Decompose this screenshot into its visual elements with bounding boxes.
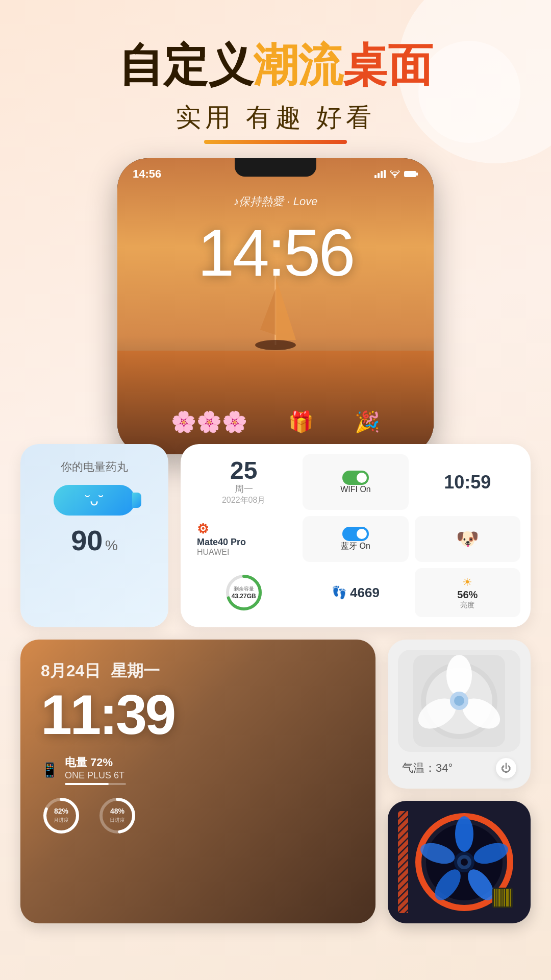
header: 自定义潮流桌面 实用 有趣 好看 bbox=[0, 0, 551, 144]
water bbox=[117, 351, 434, 454]
svg-rect-47 bbox=[502, 889, 503, 906]
widgets-section: 你的电量药丸 ˘ᴗ˘ 90 % 25 周一 2022年08月 WIFI On bbox=[20, 444, 531, 923]
pill-icon: ˘ᴗ˘ bbox=[54, 485, 135, 516]
info-dashboard-widget[interactable]: 25 周一 2022年08月 WIFI On 10:59 ⚙ Mate40 Pr… bbox=[181, 444, 531, 627]
clock-device-icon: 📱 bbox=[41, 762, 59, 778]
phone-mockup-wrapper: 14:56 bbox=[117, 158, 434, 454]
pill-face: ˘ᴗ˘ bbox=[85, 492, 104, 509]
phone-preview-cell: 🐶 bbox=[415, 516, 520, 562]
battery-icon bbox=[404, 170, 418, 178]
subtitle: 实用 有趣 好看 bbox=[0, 101, 551, 135]
svg-rect-46 bbox=[498, 889, 500, 906]
wifi-toggle-switch[interactable] bbox=[342, 471, 369, 485]
svg-rect-31 bbox=[398, 811, 408, 913]
fan-temp-row: 气温：34° ⏻ bbox=[398, 758, 520, 778]
battery-pill-widget[interactable]: 你的电量药丸 ˘ᴗ˘ 90 % bbox=[20, 444, 168, 627]
clock-time: 11:39 bbox=[41, 687, 355, 743]
time-cell: 10:59 bbox=[415, 454, 520, 510]
brightness-value: 56% bbox=[457, 589, 478, 601]
storage-ring: 剩余容量 43.27GB bbox=[223, 572, 264, 613]
signal-icon bbox=[374, 170, 386, 178]
battery-unit: % bbox=[105, 537, 118, 553]
date-cell: 25 周一 2022年08月 bbox=[191, 454, 296, 510]
cpu-fan-inner bbox=[398, 811, 520, 913]
svg-point-42 bbox=[461, 859, 468, 866]
widgets-row1: 你的电量药丸 ˘ᴗ˘ 90 % 25 周一 2022年08月 WIFI On bbox=[20, 444, 531, 627]
svg-rect-4 bbox=[374, 175, 377, 178]
wifi-label: WIFI On bbox=[340, 485, 371, 494]
emoji-flowers: 🌸🌸🌸 bbox=[171, 410, 247, 434]
svg-rect-5 bbox=[378, 173, 380, 178]
battery-number: 90 bbox=[71, 524, 103, 556]
phone-music-text: ♪保持熱愛 · Love bbox=[117, 194, 434, 209]
headline-part1: 自定义 bbox=[118, 40, 253, 90]
wifi-toggle-cell[interactable]: WIFI On bbox=[303, 454, 408, 510]
pill-cap bbox=[132, 493, 141, 508]
emoji-gift: 🎁 bbox=[288, 410, 314, 434]
phone-time-display: 14:56 bbox=[117, 214, 434, 291]
svg-point-24 bbox=[446, 655, 472, 696]
svg-text:日进度: 日进度 bbox=[110, 817, 125, 823]
brightness-cell: ☀ 56% 亮度 bbox=[415, 568, 520, 617]
clock-date: 8月24日 bbox=[41, 660, 101, 682]
svg-text:月进度: 月进度 bbox=[54, 817, 69, 823]
svg-marker-2 bbox=[260, 289, 276, 335]
wifi-icon bbox=[390, 170, 400, 178]
svg-point-28 bbox=[454, 696, 464, 706]
svg-rect-45 bbox=[496, 889, 497, 906]
clock-battery-fill bbox=[65, 783, 109, 785]
clock-circles-row: 82% 月进度 48% 日进度 bbox=[41, 795, 355, 836]
fan-widget[interactable]: 气温：34° ⏻ bbox=[388, 640, 531, 789]
bt-toggle-switch[interactable] bbox=[342, 527, 369, 541]
clock-battery-line bbox=[65, 783, 126, 785]
month-progress-circle: 82% 月进度 bbox=[41, 795, 82, 836]
huawei-cell: ⚙ Mate40 Pro HUAWEI bbox=[191, 516, 296, 562]
date-number: 25 bbox=[230, 458, 257, 483]
svg-rect-48 bbox=[504, 889, 505, 906]
bt-toggle-cell[interactable]: 蓝牙 On bbox=[303, 516, 408, 562]
cpu-fan-svg bbox=[398, 811, 520, 913]
svg-rect-7 bbox=[384, 170, 386, 178]
clock-device-name: ONE PLUS 6T bbox=[65, 770, 126, 781]
bt-label: 蓝牙 On bbox=[341, 541, 370, 552]
clock-device-row: 📱 电量 72% ONE PLUS 6T bbox=[41, 755, 355, 785]
svg-rect-44 bbox=[494, 889, 495, 906]
headline-part3: 桌面 bbox=[343, 40, 433, 90]
fan-power-button[interactable]: ⏻ bbox=[496, 758, 516, 778]
time-display: 10:59 bbox=[444, 472, 491, 493]
phone-bottom-icons: 🌸🌸🌸 🎁 🎉 bbox=[117, 410, 434, 434]
clock-widget[interactable]: 8月24日 星期一 11:39 📱 电量 72% ONE PLUS 6T bbox=[20, 640, 375, 923]
clock-date-row: 8月24日 星期一 bbox=[41, 660, 355, 682]
battery-percent-display: 90 % bbox=[71, 524, 118, 557]
svg-rect-6 bbox=[381, 171, 383, 178]
fan-blades-svg bbox=[413, 655, 505, 747]
cpu-fan-widget[interactable] bbox=[388, 801, 531, 923]
clock-weekday: 星期一 bbox=[111, 660, 160, 682]
fan-temp-text: 气温：34° bbox=[402, 761, 453, 776]
storage-text: 剩余容量 43.27GB bbox=[223, 572, 264, 613]
svg-rect-10 bbox=[416, 173, 418, 176]
steps-cell: 👣 4669 bbox=[303, 568, 408, 617]
date-week: 周一 bbox=[235, 483, 253, 495]
svg-rect-49 bbox=[506, 889, 509, 906]
widgets-row2: 8月24日 星期一 11:39 📱 电量 72% ONE PLUS 6T bbox=[20, 640, 531, 923]
headline-part2: 潮流 bbox=[253, 40, 343, 90]
storage-value: 43.27GB bbox=[232, 593, 256, 600]
clock-battery-text: 电量 72% bbox=[65, 755, 126, 770]
steps-display: 👣 4669 bbox=[332, 585, 380, 601]
svg-rect-9 bbox=[404, 171, 416, 177]
storage-cell: 剩余容量 43.27GB bbox=[191, 568, 296, 617]
phone-notch bbox=[235, 158, 316, 177]
svg-point-35 bbox=[455, 816, 473, 852]
svg-point-8 bbox=[394, 177, 396, 178]
status-icons bbox=[374, 170, 418, 178]
status-time: 14:56 bbox=[133, 167, 161, 181]
storage-label: 剩余容量 bbox=[234, 585, 254, 593]
svg-text:48%: 48% bbox=[110, 807, 125, 815]
phone-screen: 14:56 bbox=[117, 158, 434, 454]
huawei-logo: ⚙ bbox=[197, 521, 209, 537]
svg-point-3 bbox=[255, 340, 296, 350]
battery-widget-title: 你的电量药丸 bbox=[61, 459, 128, 475]
huawei-brand: HUAWEI bbox=[197, 548, 229, 557]
fan-image-area bbox=[398, 650, 520, 752]
